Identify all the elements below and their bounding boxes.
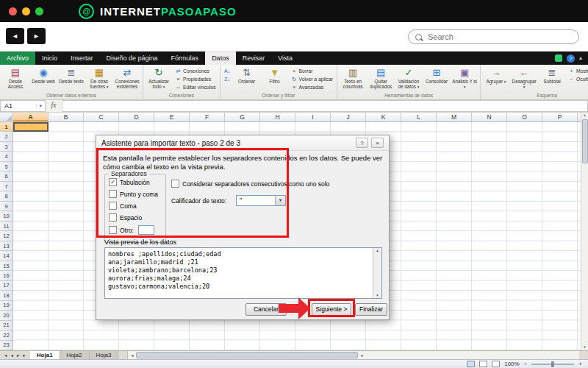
dialog-close-button[interactable]: × — [371, 138, 384, 148]
sheet-tab-hoja2[interactable]: Hoja2 — [60, 351, 90, 359]
window-zoom-button[interactable] — [35, 7, 43, 15]
row-header-7[interactable]: 7 — [0, 182, 12, 191]
de-otras-fuentes-button[interactable]: ▦De otras fuentes ▾ — [86, 66, 112, 91]
tab-inicio[interactable]: Inicio — [35, 52, 64, 65]
next-sheet-icon[interactable]: ► — [16, 353, 20, 358]
filtro-button[interactable]: ▼Filtro — [262, 66, 288, 85]
preview-scroll-up-icon[interactable]: ▲ — [373, 249, 381, 252]
tab-vista[interactable]: Vista — [271, 52, 299, 65]
name-box[interactable]: A1 ▼ — [0, 100, 46, 112]
text-qualifier-select[interactable]: " ▼ — [236, 195, 286, 206]
window-close-button[interactable] — [9, 7, 17, 15]
tab-insertar[interactable]: Insertar — [64, 52, 100, 65]
preview-scrollbar[interactable]: ▲ ▼ — [373, 248, 381, 298]
horizontal-scroll-thumb[interactable] — [136, 352, 358, 358]
desagrupar-button[interactable]: ←Desagrupar ▾ — [511, 66, 537, 91]
row-header-3[interactable]: 3 — [0, 142, 12, 152]
column-header-n[interactable]: N — [472, 113, 507, 121]
column-header-d[interactable]: D — [119, 113, 154, 121]
row-header-12[interactable]: 12 — [0, 231, 12, 241]
column-header-k[interactable]: K — [366, 113, 401, 121]
row-header-8[interactable]: 8 — [0, 191, 12, 201]
tab-diseno-de-pagina[interactable]: Diseño de página — [100, 52, 165, 65]
desde-web-button[interactable]: ◉Desde web — [30, 66, 57, 85]
preview-scroll-down-icon[interactable]: ▼ — [373, 294, 381, 297]
vertical-scrollbar[interactable]: ▲ ▼ — [581, 113, 588, 350]
propiedades-button[interactable]: ≡Propiedades — [173, 76, 218, 82]
page-break-view-icon[interactable] — [492, 361, 500, 367]
row-header-19[interactable]: 19 — [0, 301, 12, 311]
scroll-up-icon[interactable]: ▲ — [583, 113, 586, 118]
row-header-2[interactable]: 2 — [0, 132, 12, 141]
sort-az-button[interactable]: A↓ — [223, 68, 232, 74]
punto-y-coma-checkbox[interactable] — [109, 190, 117, 198]
horizontal-scrollbar[interactable]: ◄ ► — [127, 351, 579, 359]
agrupar-button[interactable]: →Agrupar ▾ — [483, 66, 509, 85]
column-header-l[interactable]: L — [401, 113, 437, 121]
row-header-5[interactable]: 5 — [0, 162, 12, 171]
espacio-checkbox[interactable] — [109, 213, 117, 222]
column-header-e[interactable]: E — [154, 113, 190, 121]
separator-option-punto-y-coma[interactable]: Punto y coma — [109, 190, 165, 198]
sheet-tab-hoja3[interactable]: Hoja3 — [90, 351, 119, 359]
row-header-15[interactable]: 15 — [0, 261, 12, 271]
dialog-help-button[interactable]: ? — [356, 138, 368, 148]
column-header-p[interactable]: P — [542, 113, 578, 121]
scroll-down-icon[interactable]: ▼ — [583, 344, 586, 350]
column-header-g[interactable]: G — [225, 113, 260, 121]
normal-view-icon[interactable] — [467, 361, 475, 367]
column-header-j[interactable]: J — [331, 113, 366, 121]
conexiones-button[interactable]: ⇄Conexiones — [173, 68, 218, 74]
selected-cell-a1[interactable] — [13, 122, 49, 132]
separator-option-coma[interactable]: Coma — [109, 202, 165, 210]
first-sheet-icon[interactable]: ◄ — [4, 353, 7, 358]
otro-checkbox[interactable] — [109, 226, 117, 234]
consecutive-checkbox[interactable] — [171, 180, 179, 188]
last-sheet-icon[interactable]: ► — [22, 353, 26, 358]
analisis-y-si-button[interactable]: ▣Análisis Y si ▾ — [451, 66, 478, 91]
tab-archivo[interactable]: Archivo — [0, 52, 35, 65]
finish-button[interactable]: Finalizar — [355, 303, 387, 316]
prev-sheet-icon[interactable]: ◄ — [10, 353, 13, 358]
page-layout-view-icon[interactable] — [479, 361, 487, 367]
zoom-in-icon[interactable]: + — [578, 361, 582, 368]
next-button[interactable]: Siguiente > — [312, 303, 351, 316]
cancel-button[interactable]: Cancelar — [245, 303, 287, 316]
separator-option-tabulacion[interactable]: ✓Tabulación — [109, 178, 165, 186]
sort-za-button[interactable]: Z↓ — [223, 76, 232, 82]
coma-checkbox[interactable] — [109, 202, 117, 210]
tab-revisar[interactable]: Revisar — [236, 52, 272, 65]
insert-function-button[interactable]: fx — [46, 100, 62, 112]
hscroll-left-icon[interactable]: ◄ — [130, 353, 134, 358]
subtotal-button[interactable]: ≣Subtotal — [539, 66, 565, 85]
tab-formulas[interactable]: Fórmulas — [165, 52, 206, 65]
texto-en-columnas-button[interactable]: ▥Texto en columnas — [340, 66, 366, 90]
zoom-out-icon[interactable]: − — [524, 361, 528, 368]
hscroll-right-icon[interactable]: ► — [360, 353, 364, 358]
column-header-o[interactable]: O — [507, 113, 542, 121]
tabulacion-checkbox[interactable]: ✓ — [109, 178, 117, 186]
name-box-caret-icon[interactable]: ▼ — [36, 104, 45, 108]
desde-access-button[interactable]: ▤Desde Access — [2, 66, 29, 90]
row-header-10[interactable]: 10 — [0, 211, 12, 221]
back-button[interactable]: ◄ — [6, 28, 24, 44]
zoom-level[interactable]: 100% — [504, 361, 519, 367]
editar-vinculos-button[interactable]: ⇔Editar vínculos — [173, 84, 218, 91]
column-header-h[interactable]: H — [260, 113, 295, 121]
minimize-ribbon-icon[interactable]: ▴ — [579, 54, 582, 62]
otro-separator-input[interactable] — [138, 225, 154, 235]
row-header-17[interactable]: 17 — [0, 281, 12, 291]
forward-button[interactable]: ► — [27, 28, 46, 44]
actualizar-todo-button[interactable]: ↻Actualizar todo ▾ — [146, 66, 172, 91]
ocultar-detalle-button[interactable]: −Ocultar detalle — [567, 76, 588, 82]
search-box[interactable] — [408, 29, 579, 44]
column-header-c[interactable]: C — [84, 113, 119, 121]
consolidar-button[interactable]: ⊞Consolidar — [423, 66, 450, 85]
zoom-slider-thumb[interactable] — [551, 361, 554, 367]
tab-datos[interactable]: Datos — [205, 52, 236, 65]
row-header-18[interactable]: 18 — [0, 291, 12, 300]
help-icon[interactable]: ? — [567, 54, 575, 63]
text-qualifier-dropdown-icon[interactable]: ▼ — [275, 196, 285, 205]
row-header-1[interactable]: 1 — [0, 122, 12, 132]
validacion-de-datos-button[interactable]: ✓Validación de datos ▾ — [395, 66, 422, 91]
